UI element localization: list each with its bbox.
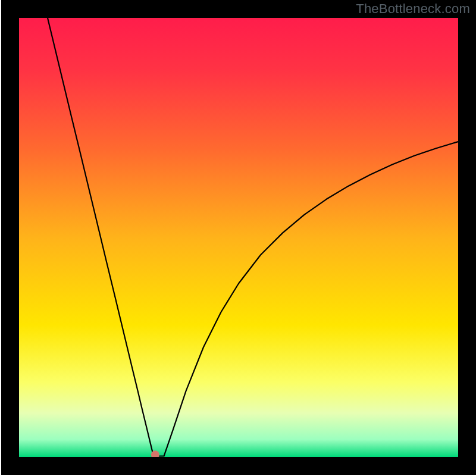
watermark-text: TheBottleneck.com [356, 1, 470, 17]
chart-root: TheBottleneck.com [0, 0, 476, 476]
gradient-background [19, 18, 458, 457]
chart-plot [0, 0, 476, 476]
